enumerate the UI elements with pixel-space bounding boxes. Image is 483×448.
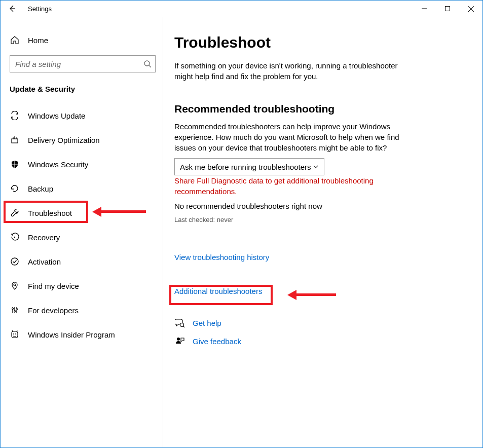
last-checked-text: Last checked: never [174, 215, 462, 225]
sidebar-item-label: Windows Insider Program [28, 330, 115, 339]
home-button[interactable]: Home [1, 29, 163, 51]
get-help-icon [174, 317, 185, 328]
svg-point-16 [13, 333, 14, 334]
sidebar-item-label: Backup [28, 184, 53, 193]
additional-troubleshooters-link[interactable]: Additional troubleshooters [174, 287, 262, 295]
search-input[interactable] [10, 60, 140, 68]
close-button[interactable] [459, 1, 482, 17]
svg-rect-1 [445, 7, 450, 11]
sidebar-item-activation[interactable]: Activation [1, 249, 163, 274]
maximize-button[interactable] [436, 1, 459, 17]
feedback-icon [174, 335, 185, 347]
minimize-button[interactable] [413, 1, 436, 17]
sidebar-item-windows-security[interactable]: Windows Security [1, 152, 163, 176]
sidebar-item-recovery[interactable]: Recovery [1, 225, 163, 249]
sidebar-item-label: Troubleshoot [28, 209, 72, 217]
search-icon [140, 60, 155, 68]
chevron-down-icon [313, 164, 319, 170]
sidebar-item-windows-update[interactable]: Windows Update [1, 103, 163, 128]
home-label: Home [28, 36, 48, 45]
svg-point-11 [14, 284, 16, 286]
home-icon [10, 35, 20, 45]
get-help-link[interactable]: Get help [193, 319, 221, 327]
sidebar-item-for-developers[interactable]: For developers [1, 298, 163, 322]
svg-rect-8 [12, 164, 18, 165]
backup-icon [10, 183, 20, 194]
dropdown-value: Ask me before running troubleshooters [180, 163, 313, 171]
insider-icon [10, 329, 20, 340]
page-title: Troubleshoot [174, 34, 462, 51]
svg-line-5 [149, 65, 151, 67]
svg-rect-6 [12, 139, 18, 143]
search-input-wrap[interactable] [10, 55, 156, 72]
sidebar-item-delivery-optimization[interactable]: Delivery Optimization [1, 128, 163, 152]
recommended-desc: Recommended troubleshooters can help imp… [174, 121, 418, 153]
back-button[interactable] [1, 1, 24, 17]
give-feedback-link[interactable]: Give feedback [193, 337, 241, 346]
history-link[interactable]: View troubleshooting history [174, 253, 269, 262]
svg-line-19 [183, 326, 185, 328]
sync-icon [10, 110, 20, 121]
sidebar-item-backup[interactable]: Backup [1, 176, 163, 201]
no-recommended-text: No recommended troubleshooters right now [174, 201, 462, 211]
svg-point-14 [16, 309, 18, 310]
svg-point-18 [180, 323, 184, 327]
diagnostic-warning: Share Full Diagnostic data to get additi… [174, 175, 407, 197]
svg-point-10 [11, 258, 18, 265]
svg-point-13 [14, 311, 16, 312]
svg-point-12 [12, 308, 14, 310]
recovery-icon [10, 232, 20, 242]
svg-point-20 [177, 338, 180, 341]
sidebar-item-label: Windows Update [28, 111, 85, 120]
sidebar-item-find-my-device[interactable]: Find my device [1, 274, 163, 298]
get-help-row[interactable]: Get help [174, 314, 462, 332]
section-heading: Update & Security [1, 78, 163, 98]
page-intro: If something on your device isn't workin… [174, 60, 418, 82]
developer-icon [10, 305, 20, 315]
window-title: Settings [24, 5, 52, 13]
sidebar-item-label: Recovery [28, 233, 60, 242]
delivery-icon [10, 135, 20, 145]
sidebar-item-label: For developers [28, 306, 79, 315]
svg-point-17 [15, 333, 16, 334]
give-feedback-row[interactable]: Give feedback [174, 332, 462, 350]
wrench-icon [10, 208, 20, 218]
sidebar-item-troubleshoot[interactable]: Troubleshoot [1, 201, 163, 225]
location-icon [10, 281, 20, 291]
recommended-heading: Recommended troubleshooting [174, 103, 462, 115]
nav-list: Windows Update Delivery Optimization Win… [1, 103, 163, 347]
sidebar-item-windows-insider[interactable]: Windows Insider Program [1, 322, 163, 347]
sidebar: Home Update & Security Windows Update [1, 17, 163, 447]
svg-point-9 [14, 237, 15, 238]
content-pane: Troubleshoot If something on your device… [163, 17, 482, 447]
sidebar-item-label: Windows Security [28, 160, 88, 169]
shield-icon [10, 159, 20, 169]
recommended-mode-dropdown[interactable]: Ask me before running troubleshooters [174, 158, 324, 175]
check-circle-icon [10, 256, 20, 267]
sidebar-item-label: Activation [28, 257, 61, 266]
svg-point-4 [144, 61, 150, 66]
title-bar: Settings [1, 1, 482, 17]
sidebar-item-label: Delivery Optimization [28, 136, 100, 144]
sidebar-item-label: Find my device [28, 282, 79, 290]
